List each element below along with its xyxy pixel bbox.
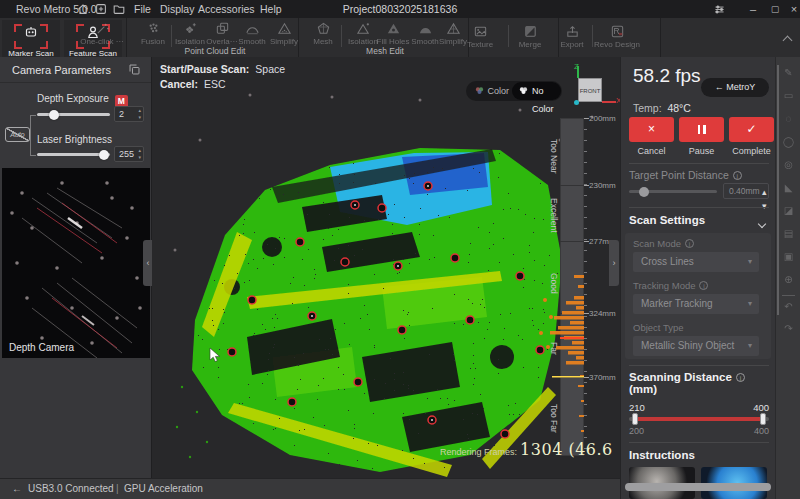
view-cube-gizmo[interactable]: FRONT Z X	[566, 62, 620, 112]
check-icon: ✓	[746, 122, 756, 136]
simplify-icon	[277, 21, 292, 36]
layers-icon[interactable]: ▤	[776, 228, 800, 239]
scan-settings-collapse[interactable]	[759, 217, 765, 229]
depth-camera-label: Depth Camera	[9, 342, 74, 353]
depth-exposure-slider-handle[interactable]	[49, 110, 59, 120]
marker-scan-icon	[14, 24, 48, 49]
depth-histogram	[548, 255, 588, 465]
duplicate-icon[interactable]: ▣	[776, 251, 800, 262]
depth-exposure-value[interactable]: 2▴▾	[114, 106, 144, 122]
complete-scan-button[interactable]: ✓	[729, 117, 774, 142]
pause-scan-button[interactable]	[679, 117, 724, 142]
target-point-distance-slider[interactable]	[629, 190, 717, 193]
scanning-distance-range-slider[interactable]	[629, 417, 769, 421]
scan-control-panel: 58.2 fps ← MetroY Temp: 48°C × ✓ Cancel …	[620, 57, 775, 499]
toolbar-pc-simplify-button[interactable]: Simplify	[264, 21, 304, 46]
range-slider-fill	[635, 417, 763, 421]
marker-scan-button[interactable]: Marker Scan	[2, 20, 60, 57]
scan-hint-label: Start/Pause Scan:	[160, 63, 249, 75]
export-icon	[565, 24, 580, 39]
texture-icon	[473, 24, 488, 39]
auto-disabled-toggle[interactable]: Auto	[5, 127, 30, 142]
color-option[interactable]: Color	[474, 81, 509, 101]
toolbar-texture-button[interactable]: Texture	[460, 24, 500, 49]
fusion-icon	[146, 21, 161, 36]
radius-select-icon[interactable]: ◎	[776, 159, 800, 170]
caret-down-icon: ▾	[748, 252, 752, 272]
scan-settings-title: Scan Settings	[629, 214, 705, 226]
minimize-button[interactable]: –	[744, 1, 762, 17]
usb-icon: ←	[12, 479, 22, 499]
undock-panel-icon[interactable]	[128, 63, 141, 76]
pen-tool-icon[interactable]: ✎	[776, 67, 800, 78]
camera-parameters-panel: Camera Parameters Depth ExposureM 2▴▾ Au…	[0, 57, 152, 478]
gauge-zone-too-near: Too Near	[546, 132, 559, 180]
stamp-icon[interactable]: ⊕	[776, 274, 800, 285]
color-toggle: Color No Color	[466, 81, 562, 101]
customize-toolbar-icon[interactable]	[710, 1, 728, 17]
tracking-mode-label: Tracking Modei	[633, 280, 708, 291]
toolbar-merge-button[interactable]: Merge	[510, 24, 550, 49]
plane-cut-icon[interactable]: ◣	[776, 182, 800, 193]
range-slider-min-handle[interactable]	[632, 413, 638, 425]
metroy-back-button[interactable]: ← MetroY	[701, 78, 769, 97]
chevron-down-icon	[758, 220, 766, 228]
target-point-distance-handle[interactable]	[639, 187, 649, 197]
revo-design-icon: R	[610, 24, 625, 39]
depth-camera-preview: Depth Camera	[2, 168, 150, 358]
gauge-tick-370: 370mm	[589, 373, 616, 382]
toolbar-collapse-button[interactable]	[784, 34, 791, 46]
smooth-icon	[245, 21, 260, 36]
point-cloud-edit-group-label: Point Cloud Edit	[155, 46, 275, 56]
maximize-button[interactable]: ▢	[766, 1, 784, 17]
target-point-distance-label: Target Point Distancei	[629, 169, 742, 181]
one-click-button[interactable]: One-click ···	[79, 21, 125, 46]
depth-exposure-slider[interactable]	[37, 113, 110, 116]
scan-mode-dropdown[interactable]: Cross Lines▾	[633, 252, 759, 272]
no-color-option[interactable]: No Color	[512, 82, 561, 100]
invert-selection-icon[interactable]: ◪	[776, 205, 800, 216]
close-button[interactable]: ×	[788, 1, 800, 17]
magic-wand-icon	[95, 21, 110, 36]
caret-down-icon: ▾	[748, 294, 752, 314]
lasso-select-icon[interactable]: ◌	[776, 113, 800, 124]
rect-select-icon[interactable]: ▭	[776, 90, 800, 101]
mesh-edit-group-label: Mesh Edit	[325, 46, 445, 56]
cancel-scan-button[interactable]: ×	[629, 117, 674, 142]
cancel-hint-label: Cancel:	[160, 78, 198, 90]
toolbar-export-button[interactable]: Export	[552, 24, 592, 49]
edit-tools-strip: ✎ ▭ ◌ ◯ ◎ ◣ ◪ ▤ ▣ ⊕ ↶ ↷	[775, 57, 800, 499]
gizmo-x-axis	[602, 101, 616, 103]
toolbar-fusion-button[interactable]: Fusion	[133, 21, 173, 46]
laser-brightness-slider[interactable]	[37, 153, 110, 156]
gpu-status: GPU Acceleration	[124, 479, 203, 499]
range-slider-max-handle[interactable]	[760, 413, 766, 425]
right-panel-collapse-handle[interactable]: ›	[609, 240, 619, 286]
undo-icon[interactable]: ↶	[776, 301, 800, 312]
scan-hint-key: Space	[255, 63, 285, 75]
toolbar-mesh-button[interactable]: Mesh	[303, 21, 343, 46]
object-type-label: Object Type	[633, 322, 684, 333]
gauge-tick-324: 324mm	[589, 309, 616, 318]
isolation-icon	[183, 21, 198, 36]
smooth-icon	[418, 21, 433, 36]
circle-select-icon[interactable]: ◯	[776, 136, 800, 147]
object-type-dropdown[interactable]: Metallic Shiny Object▾	[633, 336, 759, 356]
gauge-tick-200: 200mm	[589, 114, 616, 123]
scanning-distance-range-min: 200	[629, 426, 644, 436]
info-icon: i	[733, 171, 742, 180]
gizmo-y-dot	[574, 100, 579, 105]
toolbar-revo-design-button[interactable]: R Revo Design	[592, 24, 642, 49]
laser-brightness-value[interactable]: 255▴▾	[114, 146, 144, 162]
instructions-scrollbar[interactable]	[625, 483, 771, 491]
view-cube-front-face[interactable]: FRONT	[578, 78, 602, 102]
status-bar: ← USB3.0 Connected | GPU Acceleration	[0, 478, 620, 499]
fps-readout: 58.2 fps	[633, 65, 701, 87]
laser-brightness-slider-handle[interactable]	[99, 150, 109, 160]
tracking-mode-dropdown[interactable]: Marker Tracking▾	[633, 294, 759, 314]
scan-viewport[interactable]: Start/Pause Scan:Space Cancel:ESC Color …	[152, 57, 620, 478]
scanning-distance-current-min: 210	[629, 402, 645, 413]
target-point-distance-value[interactable]: 0.40mm▴▾	[723, 183, 769, 199]
redo-icon[interactable]: ↷	[776, 323, 800, 334]
title-bar: Revo Metro 5.0.0 File Display Accessorie…	[0, 0, 800, 18]
